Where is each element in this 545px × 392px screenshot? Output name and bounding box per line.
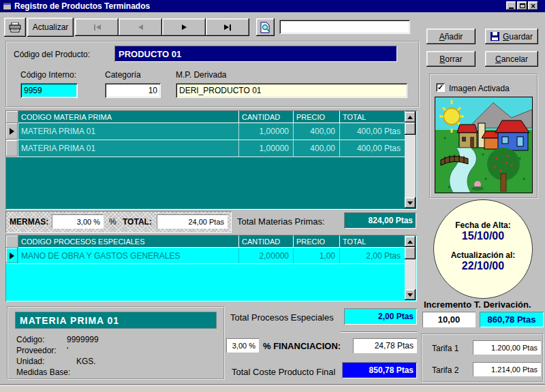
actualizar-button[interactable]: Actualizar [27,18,74,37]
toolbar-search-field[interactable] [279,20,410,34]
cell-cantidad: 1,00000 [239,123,294,140]
tarifa2-field[interactable]: 1.214,00 Ptas [473,362,541,376]
category-field[interactable]: 10 [105,83,161,98]
materials-col-cantidad[interactable]: CANTIDAD [239,111,294,123]
minimize-button[interactable] [506,1,516,10]
cancel-button[interactable]: Cancelar [485,51,538,67]
processes-header-row: CODIGO PROCESOS ESPECIALES CANTIDAD PREC… [6,235,405,248]
product-group: Código del Producto: PRODUCTO 01 Código … [5,41,420,108]
derivacion-increment-value: 10,00 [438,314,461,325]
next-record-icon [182,24,187,30]
materials-table-scrollbar[interactable] [405,112,416,208]
materials-col-precio[interactable]: PRECIO [294,111,340,123]
category-label: Categoría [105,70,141,80]
delete-button[interactable]: Borrar [426,51,476,67]
header-indicator-cell [6,111,18,123]
mp-derivada-label: M.P. Derivada [176,70,226,80]
materials-row-2[interactable]: MATERIA PRIMA 01 1,00000 400,00 400,00 P… [6,140,405,157]
scrollbar-thumb[interactable] [405,122,416,135]
landscape-image [435,97,532,193]
row-pointer-cell [6,123,18,140]
mermas-percent-field[interactable]: 3,00 % [52,214,104,229]
divider-line [341,331,417,333]
detail-codigo-value: 9999999 [67,335,99,344]
window-bottom-strip [0,385,545,392]
last-record-icon [224,24,232,31]
mp-derivada-field[interactable]: DERI_PRODUCTO 01 [176,83,407,98]
header-indicator-cell [6,235,18,248]
processes-row-1[interactable]: MANO DE OBRA Y GASTOS GENERALES 2,00000 … [6,248,405,264]
processes-table-scrollbar[interactable] [405,236,416,300]
processes-col-total[interactable]: TOTAL [340,235,405,248]
fecha-alta-value: 15/10/00 [434,230,532,242]
tarifas-group: Tarifa 1 1.200,00 Ptas Tarifa 2 1.214,00… [421,333,544,382]
cell-codigo: MANO DE OBRA Y GASTOS GENERALES [18,248,239,264]
scroll-down-button[interactable] [405,289,416,300]
processes-col-cantidad[interactable]: CANTIDAD [239,235,294,248]
print-button[interactable] [4,18,26,37]
tarifa1-label: Tarifa 1 [432,344,458,353]
previous-record-button[interactable] [119,18,162,36]
derivacion-total-field: 860,78 Ptas [480,312,544,327]
category-value: 10 [149,86,157,95]
cell-cantidad: 2,00000 [239,248,294,264]
row-pointer-icon [10,128,14,135]
internal-code-field[interactable]: 9959 [20,83,78,98]
scroll-down-icon [407,293,413,297]
last-record-button[interactable] [206,18,249,36]
preview-button[interactable] [256,18,275,36]
add-button[interactable]: Añadir [426,29,476,44]
next-record-button[interactable] [162,18,206,36]
product-image [435,97,533,193]
close-button[interactable]: × [528,1,538,10]
actualizacion-value: 22/10/00 [434,260,532,272]
detail-title-bar: MATERIA PRIMA 01 [15,312,217,329]
materials-row-1[interactable]: MATERIA PRIMA 01 1,00000 400,00 400,00 P… [6,123,405,140]
detail-medidas-label: Medidas Base: [16,368,70,377]
financiacion-value: 24,78 Ptas [375,341,414,350]
total-final-label: Total Coste Producto Final [232,367,335,377]
product-code-label: Código del Producto: [14,50,90,59]
materials-header-row: CODIGO MATERIA PRIMA CANTIDAD PRECIO TOT… [6,111,405,123]
processes-col-precio[interactable]: PRECIO [294,235,340,248]
scroll-up-icon [407,116,413,119]
product-code-field[interactable]: PRODUCTO 01 [114,46,397,62]
detail-unidad-label: Unidad: [16,357,44,366]
save-button[interactable]: Guardar [485,29,538,44]
tarifa2-label: Tarifa 2 [432,365,458,375]
scroll-down-button[interactable] [405,197,416,208]
first-record-button[interactable] [75,18,119,36]
row-pointer-icon [10,252,14,259]
tarifa1-field[interactable]: 1.200,00 Ptas [473,340,541,355]
materials-col-total[interactable]: TOTAL [340,111,405,123]
processes-col-codigo[interactable]: CODIGO PROCESOS ESPECIALES [18,235,239,248]
scroll-up-button[interactable] [405,112,416,122]
actualizacion-label: Actualización al: [434,250,532,260]
row-pointer-cell [6,248,18,264]
window-title: Registro de Productos Terminados [14,1,150,11]
restore-icon [520,3,525,8]
title-bar: Registro de Productos Terminados [0,0,545,12]
scrollbar-thumb[interactable] [405,247,416,259]
scroll-up-icon [407,240,413,244]
minimize-icon [509,7,514,9]
scroll-up-button[interactable] [405,236,416,247]
financiacion-percent-field[interactable]: 3,00 % [226,338,259,353]
mermas-total-field[interactable]: 24,00 Ptas [157,214,228,229]
total-materias-label: Total Materias Primas: [237,216,325,227]
total-procesos-value: 2,00 Ptas [378,312,414,321]
financiacion-percent-value: 3,00 % [232,342,255,350]
derivacion-increment-field[interactable]: 10,00 [422,312,476,327]
materials-col-codigo[interactable]: CODIGO MATERIA PRIMA [18,111,239,123]
first-record-icon [93,24,101,31]
restore-button[interactable] [517,1,527,10]
total-procesos-label: Total Procesos Especiales [230,312,334,323]
search-input[interactable] [279,20,410,34]
mermas-total-label: TOTAL: [123,217,152,227]
cell-codigo: MATERIA PRIMA 01 [18,140,239,157]
total-materias-field: 824,00 Ptas [344,212,416,229]
add-label: Añadir [439,32,463,42]
imagen-activada-checkbox[interactable]: ✓ [436,83,445,92]
image-group: ✓ Imagen Activada [429,74,538,199]
cell-cantidad: 1,00000 [239,140,294,157]
